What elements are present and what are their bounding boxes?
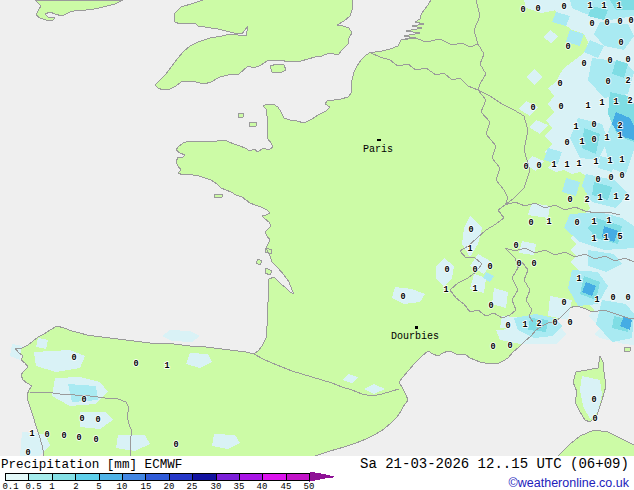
svg-text:0: 0 [490, 342, 495, 352]
svg-text:1: 1 [585, 101, 590, 111]
svg-text:1: 1 [603, 233, 608, 243]
svg-text:0: 0 [604, 18, 609, 28]
svg-text:Dourbies: Dourbies [391, 331, 439, 342]
svg-text:0: 0 [523, 162, 528, 172]
svg-text:0: 0 [595, 175, 600, 185]
svg-text:0: 0 [591, 135, 596, 145]
svg-text:0.1: 0.1 [2, 482, 18, 490]
svg-text:0: 0 [591, 395, 596, 405]
svg-text:0: 0 [76, 433, 81, 443]
svg-text:1: 1 [472, 284, 477, 294]
svg-text:0: 0 [561, 2, 566, 12]
svg-text:0: 0 [513, 241, 518, 251]
svg-text:0: 0 [531, 259, 536, 269]
svg-text:2: 2 [584, 195, 589, 205]
svg-text:1: 1 [164, 361, 169, 371]
svg-text:0: 0 [472, 265, 477, 275]
svg-text:0: 0 [628, 16, 633, 26]
svg-text:1: 1 [522, 320, 527, 330]
svg-text:50: 50 [304, 482, 315, 490]
svg-text:1: 1 [594, 295, 599, 305]
svg-text:15: 15 [141, 482, 152, 490]
svg-text:1: 1 [616, 1, 621, 11]
svg-text:0: 0 [535, 4, 540, 14]
svg-text:0: 0 [617, 17, 622, 27]
svg-text:0: 0 [625, 55, 630, 65]
svg-text:Precipitation [mm] ECMWF: Precipitation [mm] ECMWF [1, 458, 182, 472]
svg-text:2: 2 [617, 121, 622, 131]
svg-text:1: 1 [591, 234, 596, 244]
svg-text:1: 1 [579, 137, 584, 147]
svg-text:0: 0 [607, 56, 612, 66]
svg-text:1: 1 [551, 160, 556, 170]
svg-text:1: 1 [606, 216, 611, 226]
svg-text:0: 0 [507, 341, 512, 351]
svg-text:0.5: 0.5 [25, 482, 41, 490]
svg-text:0: 0 [516, 259, 521, 269]
svg-text:0: 0 [93, 435, 98, 445]
svg-text:0: 0 [528, 218, 533, 228]
svg-text:1: 1 [617, 131, 622, 141]
svg-text:0: 0 [581, 59, 586, 69]
svg-text:45: 45 [281, 482, 292, 490]
svg-text:Paris: Paris [363, 144, 393, 155]
svg-text:0: 0 [95, 415, 100, 425]
svg-text:2: 2 [627, 96, 632, 106]
svg-text:0: 0 [81, 395, 86, 405]
svg-text:0: 0 [61, 431, 66, 441]
svg-text:1: 1 [607, 156, 612, 166]
svg-text:0: 0 [608, 173, 613, 183]
svg-text:1: 1 [443, 285, 448, 295]
svg-text:0: 0 [564, 138, 569, 148]
svg-text:10: 10 [117, 482, 128, 490]
svg-text:2: 2 [624, 193, 629, 203]
svg-text:1: 1 [597, 193, 602, 203]
svg-text:0: 0 [173, 440, 178, 450]
svg-text:30: 30 [211, 482, 222, 490]
svg-text:0: 0 [133, 359, 138, 369]
svg-text:40: 40 [257, 482, 268, 490]
svg-text:0: 0 [592, 414, 597, 424]
svg-text:0: 0 [605, 77, 610, 87]
svg-text:1: 1 [604, 133, 609, 143]
svg-text:1: 1 [546, 217, 551, 227]
svg-text:35: 35 [234, 482, 245, 490]
svg-text:0: 0 [567, 318, 572, 328]
svg-text:0: 0 [530, 103, 535, 113]
svg-text:0: 0 [536, 161, 541, 171]
svg-text:Sa 21-03-2026 12..15 UTC (06+0: Sa 21-03-2026 12..15 UTC (06+09) [360, 456, 629, 472]
svg-text:1: 1 [564, 160, 569, 170]
svg-text:0: 0 [444, 265, 449, 275]
svg-text:0: 0 [619, 171, 624, 181]
svg-text:2: 2 [536, 319, 541, 329]
svg-text:1: 1 [576, 274, 581, 284]
svg-text:0: 0 [488, 301, 493, 311]
svg-text:1: 1 [467, 244, 472, 254]
svg-text:0: 0 [468, 225, 473, 235]
svg-text:1: 1 [573, 122, 578, 132]
svg-text:0: 0 [505, 321, 510, 331]
svg-text:0: 0 [591, 120, 596, 130]
svg-text:0: 0 [610, 293, 615, 303]
svg-text:1: 1 [587, 1, 592, 11]
svg-text:0: 0 [400, 292, 405, 302]
svg-text:1: 1 [576, 159, 581, 169]
svg-text:1: 1 [613, 192, 618, 202]
svg-text:0: 0 [79, 414, 84, 424]
svg-text:2: 2 [73, 482, 78, 490]
svg-text:0: 0 [567, 195, 572, 205]
svg-text:0: 0 [487, 262, 492, 272]
svg-text:1: 1 [613, 97, 618, 107]
svg-text:0: 0 [558, 102, 563, 112]
svg-text:2: 2 [625, 76, 630, 86]
svg-text:©weatheronline.co.uk: ©weatheronline.co.uk [509, 476, 630, 490]
svg-text:0: 0 [552, 318, 557, 328]
svg-text:1: 1 [49, 482, 54, 490]
svg-text:5: 5 [96, 482, 101, 490]
svg-text:0: 0 [557, 79, 562, 89]
svg-text:1: 1 [601, 1, 606, 11]
svg-text:0: 0 [589, 19, 594, 29]
svg-text:0: 0 [565, 42, 570, 52]
svg-text:0: 0 [574, 218, 579, 228]
svg-text:20: 20 [164, 482, 175, 490]
